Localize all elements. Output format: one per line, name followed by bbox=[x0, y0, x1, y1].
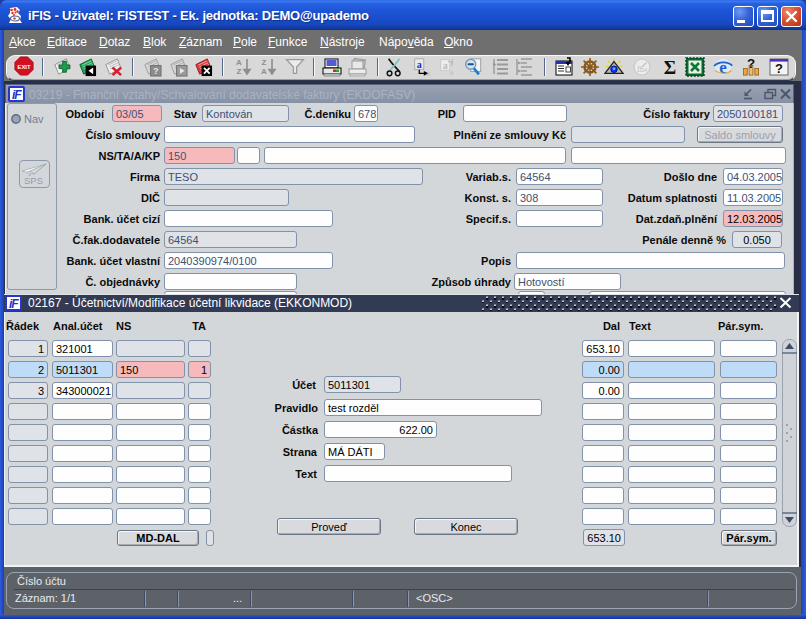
svg-text:a: a bbox=[443, 60, 448, 71]
svg-text:EXIT: EXIT bbox=[17, 64, 30, 70]
svg-text:a: a bbox=[450, 68, 454, 77]
svg-text:Z: Z bbox=[262, 58, 267, 67]
svg-text:a: a bbox=[417, 59, 422, 70]
svg-text:1314: 1314 bbox=[637, 68, 648, 73]
svg-text:?: ? bbox=[775, 61, 783, 76]
svg-text:Σ: Σ bbox=[664, 57, 676, 77]
svg-text:?: ? bbox=[747, 57, 755, 71]
svg-text:a: a bbox=[427, 69, 431, 77]
svg-text:A: A bbox=[236, 58, 242, 67]
svg-text:Z: Z bbox=[237, 67, 242, 76]
svg-text:?: ? bbox=[153, 66, 158, 76]
svg-text:A: A bbox=[261, 67, 267, 76]
